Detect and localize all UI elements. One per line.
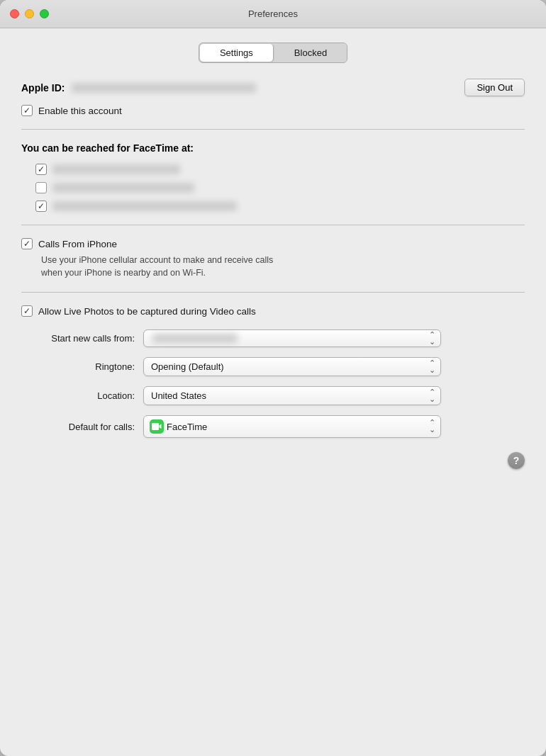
calls-from-iphone-section: Calls From iPhone Use your iPhone cellul… — [21, 238, 525, 279]
location-select-wrapper: United States ⌃⌄ — [143, 386, 441, 405]
ringtone-row: Ringtone: Opening (Default) ⌃⌄ — [21, 357, 525, 376]
contact-2-row — [35, 182, 525, 193]
contact-1-value — [52, 164, 180, 174]
calls-from-iphone-label: Calls From iPhone — [38, 239, 117, 249]
contact-1-checkbox[interactable] — [35, 164, 47, 175]
start-calls-select-wrapper: ⌃⌄ — [143, 329, 441, 347]
tab-group: Settings Blocked — [199, 43, 347, 63]
help-button-area: ? — [21, 452, 525, 469]
apple-id-value — [72, 83, 256, 93]
start-calls-label: Start new calls from: — [21, 333, 135, 344]
facetime-reached-section: You can be reached for FaceTime at: — [21, 142, 525, 212]
sign-out-button[interactable]: Sign Out — [464, 79, 525, 96]
ringtone-select[interactable]: Opening (Default) — [143, 357, 441, 376]
maximize-button[interactable] — [40, 9, 49, 18]
start-calls-value — [152, 334, 238, 343]
preferences-window: Preferences Settings Blocked Apple ID: S… — [0, 0, 546, 756]
start-calls-row: Start new calls from: ⌃⌄ — [21, 329, 525, 347]
default-calls-select-wrapper: FaceTime ⌃⌄ — [143, 415, 441, 438]
help-button[interactable]: ? — [508, 452, 525, 469]
default-calls-select[interactable]: FaceTime — [143, 415, 441, 438]
location-label: Location: — [21, 390, 135, 401]
facetime-header: You can be reached for FaceTime at: — [21, 142, 525, 154]
contact-3-row — [35, 201, 525, 212]
contact-1-row — [35, 164, 525, 175]
apple-id-label: Apple ID: — [21, 82, 65, 94]
divider-3 — [21, 292, 525, 293]
ringtone-label: Ringtone: — [21, 361, 135, 372]
location-select[interactable]: United States — [143, 386, 441, 405]
default-calls-label: Default for calls: — [21, 422, 135, 432]
ringtone-select-wrapper: Opening (Default) ⌃⌄ — [143, 357, 441, 376]
minimize-button[interactable] — [25, 9, 34, 18]
contact-2-value — [52, 183, 194, 193]
contact-2-checkbox[interactable] — [35, 182, 47, 193]
apple-id-row: Apple ID: Sign Out — [21, 79, 525, 96]
content-area: Settings Blocked Apple ID: Sign Out Enab… — [0, 28, 546, 756]
window-controls — [10, 9, 49, 18]
contact-list — [35, 164, 525, 212]
calls-from-iphone-desc: Use your iPhone cellular account to make… — [41, 254, 525, 279]
contact-3-checkbox[interactable] — [35, 201, 47, 212]
divider-1 — [21, 129, 525, 130]
enable-account-checkbox[interactable] — [21, 105, 33, 116]
live-photos-label: Allow Live Photos to be captured during … — [38, 306, 256, 317]
close-button[interactable] — [10, 9, 19, 18]
enable-account-row: Enable this account — [21, 105, 525, 116]
tab-blocked[interactable]: Blocked — [274, 43, 347, 62]
enable-account-label: Enable this account — [38, 106, 122, 116]
tab-settings[interactable]: Settings — [200, 44, 274, 62]
facetime-camera-icon — [152, 423, 162, 430]
start-calls-select[interactable] — [143, 329, 441, 347]
titlebar: Preferences — [0, 0, 546, 28]
calls-from-iphone-row: Calls From iPhone — [21, 238, 525, 249]
divider-2 — [21, 225, 525, 225]
settings-section: Allow Live Photos to be captured during … — [21, 305, 525, 438]
location-row: Location: United States ⌃⌄ — [21, 386, 525, 405]
contact-3-value — [52, 201, 237, 211]
facetime-app-icon — [150, 419, 164, 434]
default-calls-value: FaceTime — [167, 422, 207, 432]
tab-bar: Settings Blocked — [21, 43, 525, 63]
window-title: Preferences — [248, 9, 298, 19]
live-photos-checkbox[interactable] — [21, 305, 33, 317]
calls-from-iphone-checkbox[interactable] — [21, 238, 33, 249]
live-photos-row: Allow Live Photos to be captured during … — [21, 305, 525, 317]
default-calls-row: Default for calls: FaceTime ⌃⌄ — [21, 415, 525, 438]
